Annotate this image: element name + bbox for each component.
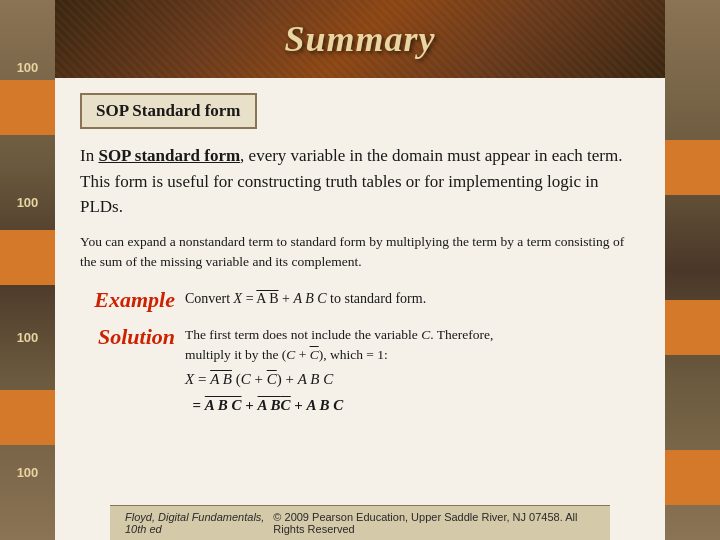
overline-ab: A B bbox=[256, 291, 278, 306]
footer: Floyd, Digital Fundamentals, 10th ed © 2… bbox=[110, 505, 610, 540]
sop-bold-text: SOP standard form bbox=[98, 146, 240, 165]
example-row: Example Convert X = A B + A B C to stand… bbox=[80, 286, 640, 315]
right-accent-3 bbox=[665, 450, 720, 505]
overline-c: C bbox=[310, 347, 319, 362]
example-solution-section: Example Convert X = A B + A B C to stand… bbox=[80, 286, 640, 418]
secondary-paragraph: You can expand a nonstandard term to sta… bbox=[80, 232, 640, 273]
page-title: Summary bbox=[284, 19, 435, 59]
example-label: Example bbox=[80, 286, 175, 315]
example-content: Convert X = A B + A B C to standard form… bbox=[185, 286, 426, 309]
overline-ab2: A B bbox=[210, 371, 232, 387]
footer-left-text: Floyd, Digital Fundamentals, 10th ed bbox=[125, 511, 273, 535]
body-content: SOP Standard form In SOP standard form, … bbox=[55, 78, 665, 428]
math-line-1: X = A B (C + C) + A B C bbox=[185, 368, 493, 391]
math-line-2: = A B C + A BC + A B C bbox=[185, 394, 493, 417]
right-accent-blocks bbox=[665, 0, 720, 540]
solution-label: Solution bbox=[80, 323, 175, 352]
main-paragraph: In SOP standard form, every variable in … bbox=[80, 143, 640, 220]
header: Summary bbox=[55, 0, 665, 78]
solution-content: The first term does not include the vari… bbox=[185, 323, 493, 419]
right-accent-2 bbox=[665, 300, 720, 355]
overline-c3: C bbox=[281, 397, 291, 413]
right-accent-1 bbox=[665, 140, 720, 195]
solution-row: Solution The first term does not include… bbox=[80, 323, 640, 419]
overline-c2: C bbox=[267, 371, 277, 387]
sop-box-label: SOP Standard form bbox=[96, 101, 241, 120]
sop-standard-form-box: SOP Standard form bbox=[80, 93, 257, 129]
left-accent-3 bbox=[0, 390, 55, 445]
footer-right-text: © 2009 Pearson Education, Upper Saddle R… bbox=[273, 511, 595, 535]
main-content-area: Summary SOP Standard form In SOP standar… bbox=[55, 0, 665, 540]
overline-abc: A B C bbox=[205, 397, 242, 413]
left-accent-1 bbox=[0, 80, 55, 135]
left-accent-2 bbox=[0, 230, 55, 285]
left-accent-blocks bbox=[0, 0, 55, 540]
overline-abc2: A BC bbox=[258, 397, 291, 413]
